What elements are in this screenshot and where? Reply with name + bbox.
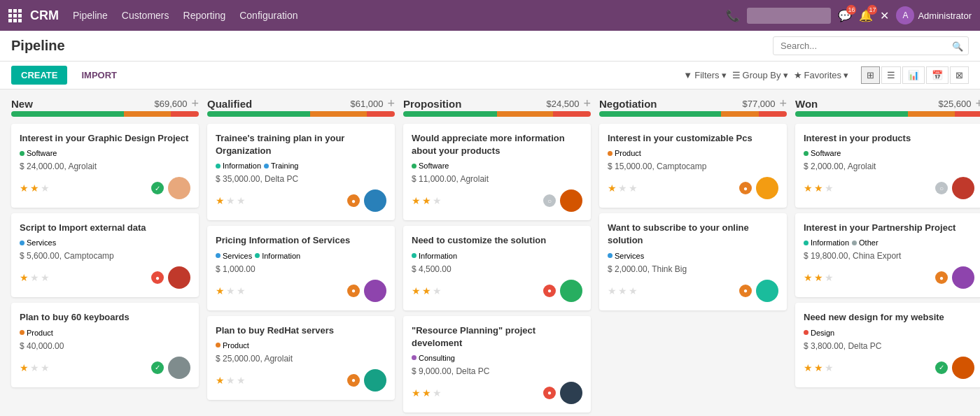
star-2[interactable]: ★ <box>825 272 834 283</box>
rating-stars[interactable]: ★★★ <box>412 195 442 206</box>
notifications-icon-wrap[interactable]: 🔔 17 <box>859 9 873 22</box>
star-1[interactable]: ★ <box>422 387 431 399</box>
star-1[interactable]: ★ <box>30 362 39 373</box>
phone-icon[interactable]: 📞 <box>726 9 740 22</box>
filters-button[interactable]: ▼ Filters ▾ <box>683 70 726 80</box>
star-2[interactable]: ★ <box>629 285 638 296</box>
group-by-button[interactable]: ☰ Group By ▾ <box>732 70 788 80</box>
star-0[interactable]: ★ <box>216 195 225 206</box>
star-2[interactable]: ★ <box>237 285 246 296</box>
kanban-card[interactable]: Want to subscribe to your online solutio… <box>599 213 787 310</box>
star-2[interactable]: ★ <box>433 195 442 206</box>
star-0[interactable]: ★ <box>20 182 29 194</box>
kanban-card[interactable]: Interest in your customizable Pcs Produc… <box>599 124 787 208</box>
menu-pipeline[interactable]: Pipeline <box>73 7 108 24</box>
menu-customers[interactable]: Customers <box>122 7 169 24</box>
rating-stars[interactable]: ★★★ <box>216 195 246 206</box>
star-0[interactable]: ★ <box>804 182 813 194</box>
kanban-view-btn[interactable]: ⊞ <box>861 66 880 84</box>
top-search-input[interactable] <box>747 8 831 24</box>
star-2[interactable]: ★ <box>237 375 246 386</box>
star-2[interactable]: ★ <box>629 182 638 194</box>
star-2[interactable]: ★ <box>825 182 834 194</box>
star-2[interactable]: ★ <box>433 285 442 296</box>
star-1[interactable]: ★ <box>814 182 823 194</box>
star-2[interactable]: ★ <box>41 362 50 373</box>
star-1[interactable]: ★ <box>422 285 431 296</box>
star-1[interactable]: ★ <box>618 182 627 194</box>
col-add-button[interactable]: + <box>583 96 591 111</box>
rating-stars[interactable]: ★★★ <box>412 387 442 399</box>
card-right: ● <box>739 177 778 199</box>
chart-view-btn[interactable]: 📊 <box>902 66 925 84</box>
star-0[interactable]: ★ <box>216 375 225 386</box>
rating-stars[interactable]: ★★★ <box>216 285 246 296</box>
col-add-button[interactable]: + <box>975 96 980 111</box>
col-add-button[interactable]: + <box>779 96 787 111</box>
menu-configuration[interactable]: Configuration <box>239 7 298 24</box>
kanban-card[interactable]: Need to customize the solution Informati… <box>403 226 591 310</box>
star-0[interactable]: ★ <box>608 285 617 296</box>
calendar-view-btn[interactable]: 📅 <box>926 66 948 84</box>
kanban-card[interactable]: "Resource Planning" project develoment C… <box>403 316 591 413</box>
import-button[interactable]: IMPORT <box>74 66 124 85</box>
close-icon[interactable]: ✕ <box>880 9 889 22</box>
star-0[interactable]: ★ <box>804 272 813 283</box>
kanban-card[interactable]: Plan to buy RedHat servers Product $ 25,… <box>207 316 395 400</box>
star-1[interactable]: ★ <box>30 272 39 283</box>
kanban-card[interactable]: Trainee's training plan in your Organiza… <box>207 124 395 220</box>
app-grid-icon[interactable] <box>8 9 22 22</box>
kanban-card[interactable]: Pricing Information of Services Services… <box>207 226 395 310</box>
kanban-card[interactable]: Interest in your products Software $ 2,0… <box>795 124 980 208</box>
star-1[interactable]: ★ <box>30 182 39 194</box>
rating-stars[interactable]: ★★★ <box>20 362 50 373</box>
star-1[interactable]: ★ <box>422 195 431 206</box>
star-1[interactable]: ★ <box>226 375 235 386</box>
card-tags: Information <box>412 252 582 260</box>
admin-menu[interactable]: A Administrator <box>896 6 972 24</box>
rating-stars[interactable]: ★★★ <box>20 272 50 283</box>
star-0[interactable]: ★ <box>804 362 813 373</box>
rating-stars[interactable]: ★★★ <box>608 285 638 296</box>
star-1[interactable]: ★ <box>226 195 235 206</box>
kanban-card[interactable]: Plan to buy 60 keyboards Product $ 40,00… <box>11 303 199 387</box>
rating-stars[interactable]: ★★★ <box>804 272 834 283</box>
kanban-card[interactable]: Would appreciate more information about … <box>403 124 591 220</box>
star-0[interactable]: ★ <box>412 195 421 206</box>
star-2[interactable]: ★ <box>41 182 50 194</box>
star-1[interactable]: ★ <box>226 285 235 296</box>
rating-stars[interactable]: ★★★ <box>216 375 246 386</box>
favorites-button[interactable]: ★ Favorites ▾ <box>794 70 848 80</box>
star-0[interactable]: ★ <box>412 387 421 399</box>
star-2[interactable]: ★ <box>433 387 442 399</box>
star-2[interactable]: ★ <box>825 362 834 373</box>
rating-stars[interactable]: ★★★ <box>804 182 834 194</box>
search-input[interactable] <box>773 36 969 55</box>
menu-reporting[interactable]: Reporting <box>183 7 226 24</box>
rating-stars[interactable]: ★★★ <box>804 362 834 373</box>
create-button[interactable]: CREATE <box>11 66 67 85</box>
rating-stars[interactable]: ★★★ <box>412 285 442 296</box>
messages-icon-wrap[interactable]: 💬 16 <box>838 9 852 22</box>
star-0[interactable]: ★ <box>412 285 421 296</box>
star-0[interactable]: ★ <box>608 182 617 194</box>
app-logo[interactable]: CRM <box>8 8 59 23</box>
star-0[interactable]: ★ <box>20 272 29 283</box>
star-1[interactable]: ★ <box>814 362 823 373</box>
col-add-button[interactable]: + <box>191 96 199 111</box>
star-1[interactable]: ★ <box>814 272 823 283</box>
kanban-card[interactable]: Need new design for my website Design $ … <box>795 303 980 387</box>
kanban-card[interactable]: Script to Import external data Services … <box>11 213 199 297</box>
star-2[interactable]: ★ <box>41 272 50 283</box>
kanban-card[interactable]: Interest in your Partnership Project Inf… <box>795 213 980 297</box>
star-0[interactable]: ★ <box>216 285 225 296</box>
col-add-button[interactable]: + <box>387 96 395 111</box>
star-1[interactable]: ★ <box>618 285 627 296</box>
pivot-view-btn[interactable]: ⊠ <box>950 66 969 84</box>
rating-stars[interactable]: ★★★ <box>20 182 50 194</box>
list-view-btn[interactable]: ☰ <box>881 66 901 84</box>
star-2[interactable]: ★ <box>237 195 246 206</box>
star-0[interactable]: ★ <box>20 362 29 373</box>
kanban-card[interactable]: Interest in your Graphic Design Project … <box>11 124 199 208</box>
rating-stars[interactable]: ★★★ <box>608 182 638 194</box>
